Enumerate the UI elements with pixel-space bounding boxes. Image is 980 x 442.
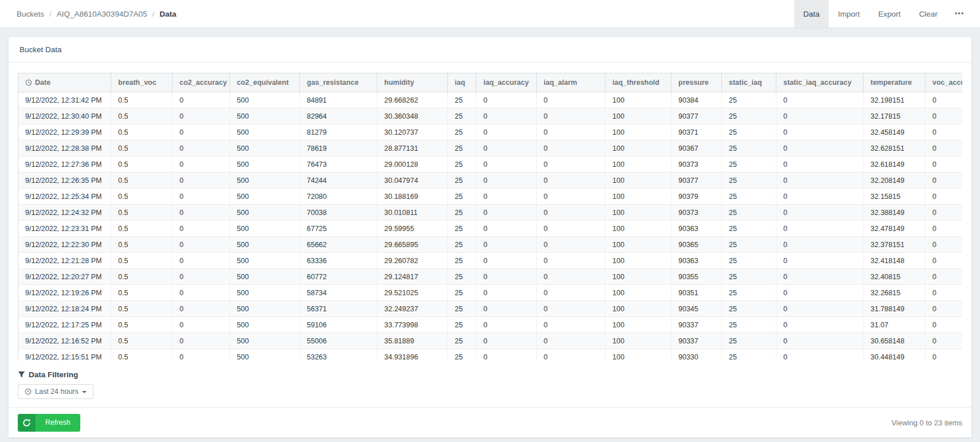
table-row: 9/12/2022, 12:20:27 PM0.505006077229.124… (18, 269, 963, 285)
cell-iaq_accuracy: 0 (477, 205, 537, 221)
cell-date: 9/12/2022, 12:16:52 PM (18, 333, 111, 349)
card-footer: Refresh Viewing 0 to 23 items (9, 407, 971, 437)
cell-voc_accuracy: 0 (926, 317, 963, 333)
card-body: Datebreath_vocco2_accuracyco2_equivalent… (9, 62, 971, 399)
cell-iaq_alarm: 0 (537, 92, 606, 108)
cell-iaq_accuracy: 0 (477, 269, 537, 285)
cell-humidity: 29.124817 (377, 269, 448, 285)
cell-humidity: 29.59955 (377, 221, 448, 237)
cell-date: 9/12/2022, 12:20:27 PM (18, 269, 111, 285)
cell-iaq_accuracy: 0 (477, 253, 537, 269)
column-header-iaq_accuracy: iaq_accuracy (477, 73, 537, 92)
cell-pressure: 90365 (671, 237, 722, 253)
cell-co2_equivalent: 500 (230, 221, 300, 237)
cell-iaq_accuracy: 0 (477, 317, 537, 333)
cell-co2_equivalent: 500 (230, 333, 300, 349)
cell-iaq_threshold: 100 (606, 237, 671, 253)
cell-humidity: 29.260782 (377, 253, 448, 269)
cell-static_iaq_accuracy: 0 (776, 301, 864, 317)
cell-humidity: 29.665895 (377, 237, 448, 253)
cell-iaq_alarm: 0 (537, 205, 606, 221)
refresh-button[interactable]: Refresh (18, 414, 80, 432)
tab-clear[interactable]: Clear (910, 0, 947, 28)
cell-date: 9/12/2022, 12:30:40 PM (18, 108, 111, 124)
table-row: 9/12/2022, 12:22:30 PM0.505006566229.665… (18, 237, 963, 253)
column-header-gas_resistance: gas_resistance (300, 73, 377, 92)
ellipsis-icon[interactable]: ••• (947, 0, 973, 28)
cell-iaq: 25 (448, 237, 477, 253)
cell-temperature: 30.658148 (864, 333, 926, 349)
cell-iaq_accuracy: 0 (477, 173, 537, 189)
cell-iaq_alarm: 0 (537, 124, 606, 140)
cell-breath_voc: 0.5 (111, 140, 173, 157)
cell-gas_resistance: 65662 (300, 237, 377, 253)
cell-iaq_alarm: 0 (537, 221, 606, 237)
cell-static_iaq_accuracy: 0 (776, 189, 864, 205)
cell-static_iaq: 25 (722, 157, 776, 173)
column-header-date: Date (18, 73, 111, 92)
cell-breath_voc: 0.5 (111, 269, 173, 285)
breadcrumb-item-aiq_a8610a30394d7a05[interactable]: AIQ_A8610A30394D7A05 (57, 10, 147, 18)
column-label: iaq (455, 79, 465, 87)
column-header-iaq: iaq (448, 73, 477, 92)
cell-iaq_threshold: 100 (606, 269, 671, 285)
table-row: 9/12/2022, 12:29:39 PM0.505008127930.120… (18, 124, 963, 140)
tab-import[interactable]: Import (829, 0, 869, 28)
cell-pressure: 90345 (671, 301, 722, 317)
cell-iaq_threshold: 100 (606, 205, 671, 221)
cell-voc_accuracy: 0 (926, 285, 963, 301)
cell-breath_voc: 0.5 (111, 317, 173, 333)
cell-date: 9/12/2022, 12:25:34 PM (18, 189, 111, 205)
cell-static_iaq: 25 (722, 237, 776, 253)
cell-iaq_alarm: 0 (537, 285, 606, 301)
cell-pressure: 90355 (671, 269, 722, 285)
cell-co2_equivalent: 500 (230, 108, 300, 124)
cell-gas_resistance: 59106 (300, 317, 377, 333)
cell-voc_accuracy: 0 (926, 173, 963, 189)
time-range-label: Last 24 hours (35, 388, 79, 396)
tab-data[interactable]: Data (794, 0, 829, 28)
table-row: 9/12/2022, 12:28:38 PM0.505007861928.877… (18, 140, 963, 157)
filter-icon (18, 371, 25, 378)
cell-temperature: 32.40815 (864, 269, 926, 285)
cell-iaq: 25 (448, 140, 477, 157)
cell-gas_resistance: 70038 (300, 205, 377, 221)
cell-pressure: 90371 (671, 124, 722, 140)
cell-static_iaq_accuracy: 0 (776, 237, 864, 253)
cell-iaq_threshold: 100 (606, 157, 671, 173)
column-header-humidity: humidity (377, 73, 448, 92)
cell-pressure: 90363 (671, 253, 722, 269)
cell-gas_resistance: 74244 (300, 173, 377, 189)
cell-gas_resistance: 72080 (300, 189, 377, 205)
cell-co2_equivalent: 500 (230, 317, 300, 333)
cell-humidity: 28.877131 (377, 140, 448, 157)
time-range-dropdown[interactable]: Last 24 hours (18, 384, 93, 399)
cell-iaq: 25 (448, 301, 477, 317)
column-header-voc_accuracy: voc_accuracy (926, 73, 963, 92)
cell-date: 9/12/2022, 12:26:35 PM (18, 173, 111, 189)
column-label: iaq_alarm (544, 79, 577, 87)
cell-static_iaq_accuracy: 0 (776, 124, 864, 140)
table-row: 9/12/2022, 12:31:42 PM0.505008489129.668… (18, 92, 963, 108)
cell-humidity: 29.000128 (377, 157, 448, 173)
cell-iaq: 25 (448, 317, 477, 333)
clock-icon (25, 388, 32, 395)
column-label: gas_resistance (307, 79, 358, 87)
breadcrumb-item-buckets[interactable]: Buckets (17, 10, 44, 18)
cell-humidity: 30.188169 (377, 189, 448, 205)
cell-pressure: 90373 (671, 157, 722, 173)
cell-gas_resistance: 84891 (300, 92, 377, 108)
breadcrumb-separator: / (152, 10, 154, 18)
bucket-data-table: Datebreath_vocco2_accuracyco2_equivalent… (18, 73, 962, 361)
column-label: pressure (678, 79, 709, 87)
data-filtering-heading: Data Filtering (18, 370, 962, 379)
cell-temperature: 32.17815 (864, 108, 926, 124)
cell-co2_accuracy: 0 (173, 124, 230, 140)
tab-export[interactable]: Export (869, 0, 910, 28)
cell-pressure: 90367 (671, 140, 722, 157)
cell-pressure: 90373 (671, 205, 722, 221)
cell-voc_accuracy: 0 (926, 269, 963, 285)
cell-iaq: 25 (448, 285, 477, 301)
data-table-scroll-area[interactable]: Datebreath_vocco2_accuracyco2_equivalent… (18, 73, 962, 361)
cell-humidity: 33.773998 (377, 317, 448, 333)
